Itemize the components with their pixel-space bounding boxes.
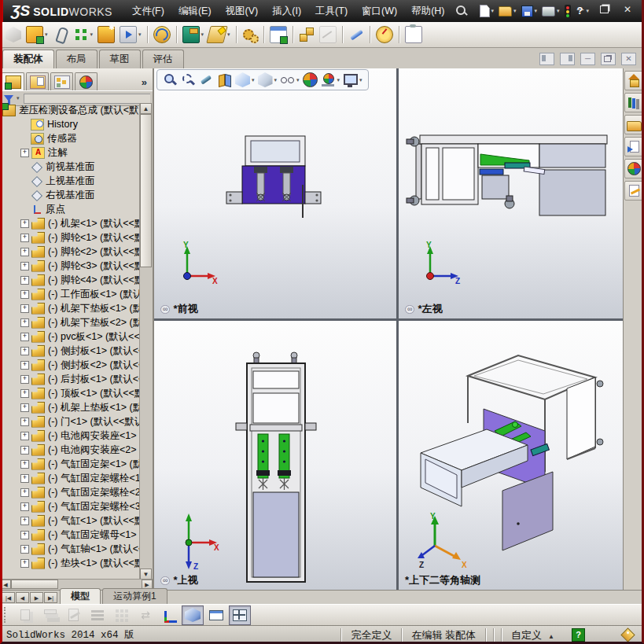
bill-of-materials-button[interactable] <box>268 24 289 45</box>
expand-icon[interactable]: + <box>20 347 29 355</box>
tree-item[interactable]: +(-) 气缸固定架螺栓<2> ( <box>0 485 140 499</box>
view-palette-button[interactable] <box>624 137 644 156</box>
new-motion-study-button[interactable] <box>241 25 259 44</box>
quick-tips-icon[interactable]: ? <box>572 628 585 642</box>
tree-item[interactable]: +(-) 工作面板<1> (默认<< <box>0 287 140 301</box>
minimize-button[interactable]: ─ <box>580 53 595 65</box>
toolbar-grip[interactable] <box>4 607 9 623</box>
tree-item[interactable]: 原点 <box>0 202 140 216</box>
tree-item[interactable]: 右视基准面 <box>0 188 140 202</box>
expand-icon[interactable]: + <box>20 517 29 525</box>
expand-icon[interactable]: + <box>20 432 29 440</box>
axes-display-button[interactable] <box>158 605 180 625</box>
tile-left-button[interactable] <box>539 53 554 65</box>
expand-icon[interactable]: + <box>20 318 29 327</box>
scrollbar-thumb[interactable] <box>140 114 152 267</box>
restore-button[interactable] <box>595 3 613 17</box>
first-button[interactable]: |◀ <box>2 592 15 603</box>
tree-root-item[interactable]: 差压检测设备总成 (默认<默 <box>0 103 140 117</box>
expand-icon[interactable]: + <box>20 545 29 554</box>
apply-scene-button[interactable]: ▾ <box>321 72 340 87</box>
expand-icon[interactable]: + <box>20 375 29 384</box>
view-orientation-button[interactable]: ▾ <box>235 72 255 87</box>
zoom-to-fit-button[interactable] <box>163 72 178 87</box>
tree-item[interactable]: 前视基准面 <box>0 160 140 174</box>
viewport-isometric[interactable]: Y X Z ∞ *上下二等角轴测 <box>399 321 623 590</box>
tree-item[interactable]: +(-) 机架下垫板<2> (默认 <box>0 315 140 329</box>
tree-item[interactable]: 上视基准面 <box>0 174 140 188</box>
tag-icon[interactable] <box>620 627 635 642</box>
panel-expand-button[interactable]: » <box>142 76 149 90</box>
tree-item[interactable]: +(-) 侧封板<1> (默认<<默 <box>0 344 140 358</box>
tree-item[interactable]: +(-) 垫块<1> (默认<<默认 <box>0 556 140 570</box>
next-button[interactable]: ▶ <box>30 592 43 603</box>
tree-item[interactable]: +注解 <box>0 145 140 160</box>
linear-component-pattern-button[interactable]: ▾ <box>72 25 95 44</box>
tree-item[interactable]: +(-) 脚轮<1> (默认<<默认 <box>0 230 140 245</box>
tree-item[interactable]: +(-) 气缸固定架螺栓<1> ( <box>0 471 140 485</box>
tree-item[interactable]: +(-) 脚轮<3> (默认<<默认 <box>0 259 140 273</box>
propertymanager-tab[interactable] <box>26 72 49 90</box>
configurationmanager-tab[interactable] <box>50 72 73 90</box>
tile-right-button[interactable] <box>560 53 575 65</box>
tree-item[interactable]: +(-) 门<1> (默认<<默认>_ <box>0 414 140 429</box>
menu-edit[interactable]: 编辑(E) <box>171 2 219 21</box>
exploded-view-button[interactable] <box>297 25 316 44</box>
insert-component-button[interactable]: ▾ <box>24 24 50 45</box>
search-icon[interactable] <box>454 3 469 19</box>
menu-tools[interactable]: 工具(T) <box>308 2 355 21</box>
expand-icon[interactable]: + <box>20 559 29 568</box>
open-document-button[interactable]: ▾ <box>496 6 519 17</box>
scroll-left-icon[interactable]: ◀ <box>0 580 11 589</box>
minimize-button[interactable]: ─ <box>572 3 589 17</box>
display-style-button[interactable]: ▾ <box>258 72 278 87</box>
expand-icon[interactable]: + <box>20 248 29 256</box>
new-document-button[interactable]: ▾ <box>477 4 497 18</box>
expand-icon[interactable]: + <box>20 290 29 299</box>
expand-icon[interactable]: + <box>20 502 29 511</box>
tree-item[interactable]: +(-) 气缸固定架<1> (默认 <box>0 457 140 471</box>
viewport-top[interactable]: X Z ∞ *上视 <box>154 321 396 590</box>
assembly-features-button[interactable]: ▾ <box>181 24 206 45</box>
close-button[interactable]: ✕ <box>619 3 636 17</box>
expand-icon[interactable]: + <box>20 149 29 157</box>
instant3d-button[interactable] <box>347 25 366 44</box>
design-library-button[interactable] <box>624 93 644 112</box>
expand-icon[interactable]: + <box>20 262 29 270</box>
tree-item[interactable]: +(-) 电池阀安装座<2> (默 <box>0 443 140 457</box>
save-button[interactable]: ▾ <box>519 5 540 18</box>
tree-item[interactable]: +(-) 气缸固定螺母<1> (默 <box>0 528 140 542</box>
viewport-front[interactable]: Y X ∞ *前视 <box>154 68 396 318</box>
tree-item[interactable]: +(-) 脚轮<4> (默认<<默认 <box>0 273 140 287</box>
scrollbar-thumb-h[interactable] <box>11 580 58 589</box>
tree-item[interactable]: +(-) 顶板<1> (默认<<默认 <box>0 386 140 400</box>
units-dropdown-icon[interactable]: ▲ <box>548 633 554 640</box>
menu-help[interactable]: 帮助(H) <box>404 2 451 21</box>
tab-草图[interactable]: 草图 <box>99 50 141 68</box>
tree-item[interactable]: +(-) 后封板<1> (默认<<默 <box>0 372 140 386</box>
tree-item[interactable]: +(-) 脚轮<2> (默认<<默认 <box>0 245 140 259</box>
last-button[interactable]: ▶| <box>44 592 57 603</box>
close-button[interactable]: ✕ <box>621 53 636 65</box>
tree-item[interactable]: +(-) 机架下垫板<1> (默认 <box>0 301 140 315</box>
expand-icon[interactable]: + <box>20 474 29 483</box>
mate-button[interactable] <box>51 25 70 44</box>
four-view-button[interactable] <box>229 605 251 625</box>
tab-布局[interactable]: 布局 <box>56 50 98 68</box>
previous-button[interactable]: ◀ <box>16 592 29 603</box>
tree-item[interactable]: +(-) 机架<1> (默认<<默认 <box>0 216 140 230</box>
scroll-up-icon[interactable]: ▲ <box>140 103 152 114</box>
tab-模型[interactable]: 模型 <box>60 588 101 604</box>
expand-icon[interactable]: + <box>20 531 29 539</box>
tree-item[interactable]: +(-) 气缸固定架螺栓<3> ( <box>0 499 140 513</box>
show-hidden-components-button[interactable] <box>152 24 172 45</box>
viewport-left[interactable]: Y Z ∞ *左视 <box>399 68 623 318</box>
zoom-to-area-button[interactable] <box>181 72 196 87</box>
expand-icon[interactable]: + <box>20 361 29 370</box>
tree-item[interactable]: +(-) 侧封板<2> (默认<<默 <box>0 358 140 372</box>
expand-icon[interactable]: + <box>20 304 29 313</box>
displaymanager-tab[interactable] <box>75 72 98 90</box>
scroll-down-icon[interactable]: ▼ <box>140 569 152 580</box>
custom-properties-button[interactable] <box>624 181 644 201</box>
filter-icon[interactable] <box>4 95 13 101</box>
